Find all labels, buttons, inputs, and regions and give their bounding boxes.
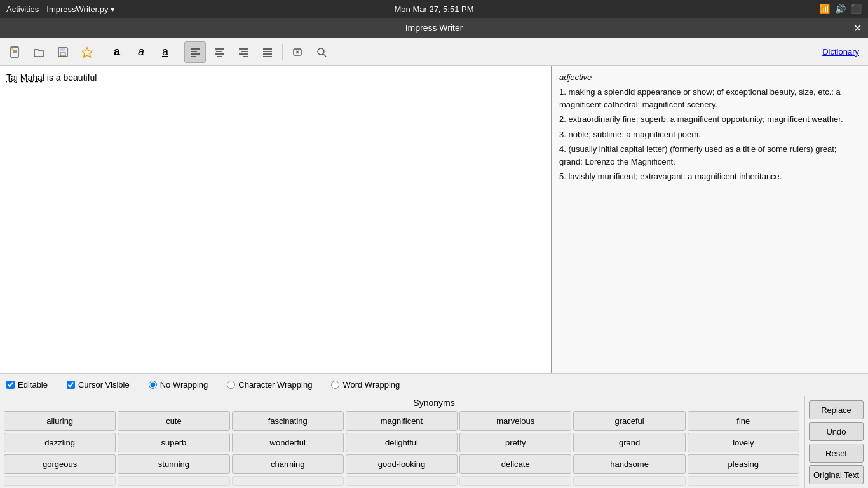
dict-pos: adjective <box>559 72 860 82</box>
syn-lovely[interactable]: lovely <box>688 433 799 452</box>
search-icon <box>316 46 327 58</box>
cursor-visible-checkbox[interactable] <box>67 381 75 389</box>
syn-delightful[interactable]: delightful <box>346 433 458 452</box>
syn-r4c1[interactable] <box>4 476 116 486</box>
word-wrapping-option[interactable]: Word Wrapping <box>331 380 400 390</box>
editor-text-rest: is a beautiful <box>47 72 97 83</box>
save-button[interactable] <box>52 41 74 63</box>
volume-icon[interactable]: 🔊 <box>835 4 846 14</box>
new-button[interactable] <box>4 41 25 63</box>
no-wrapping-option[interactable]: No Wrapping <box>149 380 208 390</box>
syn-magnificent[interactable]: magnificent <box>346 411 458 431</box>
justify-icon <box>262 46 273 58</box>
syn-fascinating[interactable]: fascinating <box>232 411 344 431</box>
wifi-icon[interactable]: 📶 <box>819 4 830 14</box>
no-wrapping-radio[interactable] <box>149 381 157 389</box>
synonyms-wrapper: Synonyms alluring cute fascinating magni… <box>0 396 868 488</box>
align-center-button[interactable] <box>208 41 230 63</box>
syn-r4c7[interactable] <box>688 476 799 486</box>
action-panel: Replace Undo Reset Original Text <box>804 396 868 488</box>
syn-alluring[interactable]: alluring <box>4 411 116 431</box>
svg-marker-6 <box>82 48 92 57</box>
syn-pleasing[interactable]: pleasing <box>688 454 799 474</box>
user-icon[interactable]: ⬛ <box>851 4 862 14</box>
app-title: Impress Writer <box>405 23 463 33</box>
syn-wonderful[interactable]: wonderful <box>232 433 344 452</box>
syn-r4c6[interactable] <box>573 476 685 486</box>
dict-def-4: 4. (usually initial capital letter) (for… <box>559 143 860 168</box>
editor-word-mahal: Mahal <box>20 72 44 83</box>
cursor-visible-label: Cursor Visible <box>78 380 130 390</box>
align-left-icon <box>189 46 201 58</box>
syn-superb[interactable]: superb <box>118 433 229 452</box>
toolbar-separator-3 <box>282 44 283 60</box>
dict-def-5: 5. lavishly munificent; extravagant: a m… <box>559 170 860 183</box>
synonyms-inner: alluring cute fascinating magnificent ma… <box>0 409 803 488</box>
char-wrapping-option[interactable]: Character Wrapping <box>227 380 312 390</box>
synonym-row-4 <box>4 476 799 486</box>
cursor-visible-option[interactable]: Cursor Visible <box>67 380 130 390</box>
clear-icon <box>292 46 303 58</box>
editable-option[interactable]: Editable <box>6 380 48 390</box>
clear-button[interactable] <box>287 41 308 63</box>
bold-button[interactable]: a <box>106 41 128 63</box>
justify-button[interactable] <box>257 41 278 63</box>
options-bar: Editable Cursor Visible No Wrapping Char… <box>0 373 868 396</box>
svg-line-27 <box>323 54 326 57</box>
activities-label[interactable]: Activities <box>6 4 39 14</box>
syn-gorgeous[interactable]: gorgeous <box>4 454 116 474</box>
syn-charming[interactable]: charming <box>232 454 344 474</box>
syn-good-looking[interactable]: good-looking <box>346 454 458 474</box>
system-bar: Activities ImpressWriter.py ▾ Mon Mar 27… <box>0 0 868 18</box>
synonym-row-2: dazzling superb wonderful delightful pre… <box>4 433 799 452</box>
save-icon <box>57 46 69 58</box>
align-right-button[interactable] <box>233 41 254 63</box>
open-button[interactable] <box>28 41 50 63</box>
syn-r4c5[interactable] <box>459 476 571 486</box>
svg-rect-4 <box>60 48 65 51</box>
syn-delicate[interactable]: delicate <box>459 454 571 474</box>
dict-def-1: 1. making a splendid appearance or show;… <box>559 86 860 111</box>
syn-r4c4[interactable] <box>346 476 458 486</box>
underline-button[interactable]: a <box>154 41 176 63</box>
system-bar-left: Activities ImpressWriter.py ▾ <box>6 4 115 14</box>
synonym-row-3: gorgeous stunning charming good-looking … <box>4 454 799 474</box>
syn-fine[interactable]: fine <box>688 411 799 431</box>
syn-handsome[interactable]: handsome <box>573 454 685 474</box>
dictionary-link[interactable]: Dictionary <box>817 44 864 59</box>
align-left-button[interactable] <box>184 41 206 63</box>
star-button[interactable] <box>76 41 98 63</box>
italic-button[interactable]: a <box>130 41 152 63</box>
syn-r4c2[interactable] <box>118 476 229 486</box>
replace-button[interactable]: Replace <box>809 400 864 419</box>
title-bar: Impress Writer ✕ <box>0 18 868 38</box>
word-wrapping-label: Word Wrapping <box>342 380 400 390</box>
char-wrapping-radio[interactable] <box>227 381 235 389</box>
dictionary-pane: adjective 1. making a splendid appearanc… <box>552 66 868 373</box>
syn-cute[interactable]: cute <box>118 411 229 431</box>
syn-marvelous[interactable]: marvelous <box>459 411 571 431</box>
syn-grand[interactable]: grand <box>573 433 685 452</box>
word-wrapping-radio[interactable] <box>331 381 339 389</box>
syn-graceful[interactable]: graceful <box>573 411 685 431</box>
syn-dazzling[interactable]: dazzling <box>4 433 116 452</box>
toolbar-separator-2 <box>180 44 180 60</box>
app-label[interactable]: ImpressWriter.py ▾ <box>46 4 115 14</box>
dict-def-3: 3. noble; sublime: a magnificent poem. <box>559 128 860 141</box>
editor-pane[interactable]: Taj Mahal is a beautiful <box>0 66 552 373</box>
synonyms-grid: alluring cute fascinating magnificent ma… <box>0 409 803 488</box>
toolbar: a a a <box>0 38 868 66</box>
syn-r4c3[interactable] <box>232 476 344 486</box>
toolbar-separator-1 <box>102 44 102 60</box>
editor-word-taj: Taj <box>6 72 18 83</box>
syn-stunning[interactable]: stunning <box>118 454 229 474</box>
undo-button[interactable]: Undo <box>809 422 864 441</box>
star-icon <box>81 46 93 58</box>
search-button[interactable] <box>311 41 332 63</box>
reset-button[interactable]: Reset <box>809 444 864 463</box>
close-button[interactable]: ✕ <box>853 22 862 34</box>
editable-checkbox[interactable] <box>6 381 15 389</box>
syn-pretty[interactable]: pretty <box>459 433 571 452</box>
original-text-button[interactable]: Original Text <box>809 465 864 484</box>
datetime-label: Mon Mar 27, 5:51 PM <box>395 4 474 14</box>
